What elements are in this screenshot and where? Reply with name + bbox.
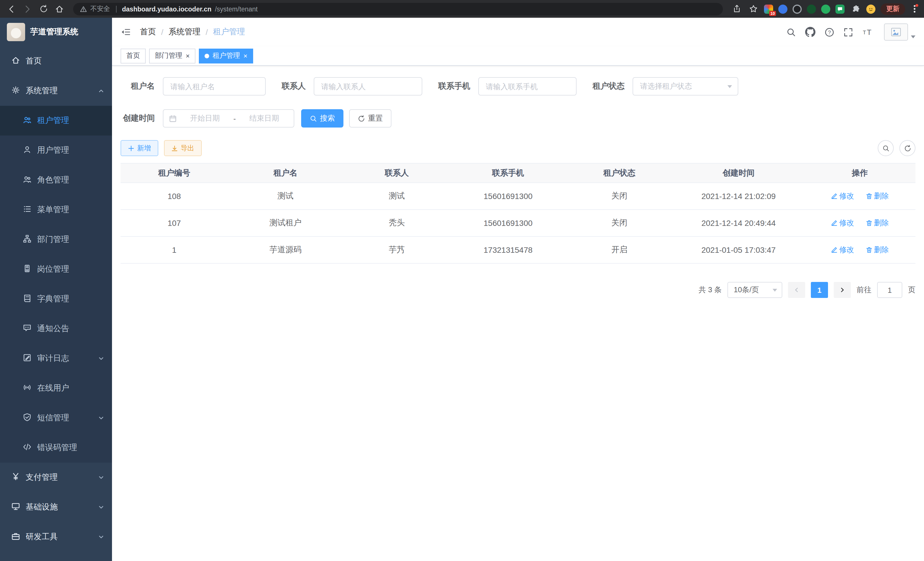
delete-link[interactable]: 删除 (866, 218, 889, 228)
cell-tenant-name: 测试租户 (228, 210, 343, 236)
tab-tenant[interactable]: 租户管理 × (199, 48, 253, 63)
svg-text:T: T (863, 30, 866, 35)
page-unit-label: 页 (908, 285, 915, 295)
fullscreen-icon[interactable] (843, 27, 853, 37)
table-header-row: 租户编号 租户名 联系人 联系手机 租户状态 创建时间 操作 (121, 163, 915, 183)
sidebar-collapse-icon[interactable] (121, 27, 131, 37)
extension-chat-icon[interactable] (836, 4, 844, 14)
current-page[interactable]: 1 (811, 282, 828, 298)
sidebar-item-infra[interactable]: 基础设施 (0, 492, 112, 522)
goto-page-input[interactable] (877, 282, 902, 298)
share-icon[interactable] (731, 3, 742, 15)
chevron-down-icon (98, 354, 104, 363)
address-bar[interactable]: 不安全 dashboard.yudao.iocoder.cn /system/t… (73, 3, 723, 15)
bookmark-star-icon[interactable] (747, 3, 759, 15)
omnibox-divider (116, 5, 116, 12)
back-icon[interactable] (6, 3, 17, 15)
extension-colorful-icon[interactable]: 10 (764, 4, 773, 14)
end-date-placeholder: 结束日期 (240, 113, 288, 123)
edit-link[interactable]: 修改 (831, 245, 854, 255)
home-icon[interactable] (54, 3, 65, 15)
cell-created: 2021-12-14 20:49:44 (673, 210, 804, 236)
extension-badge: 10 (769, 11, 776, 16)
breadcrumb-home[interactable]: 首页 (140, 27, 156, 37)
update-button[interactable]: 更新 (880, 3, 905, 15)
edit-link[interactable]: 修改 (831, 218, 854, 228)
page-size-select[interactable]: 10条/页 (728, 282, 782, 298)
extension-blue-icon[interactable] (778, 4, 788, 14)
breadcrumb-system[interactable]: 系统管理 (169, 27, 201, 37)
edit-link[interactable]: 修改 (831, 191, 854, 201)
filter-row-1: 租户名 联系人 联系手机 租户状态 请选择租户状态 (121, 77, 915, 96)
search-icon[interactable] (786, 27, 796, 37)
next-page-button[interactable] (834, 282, 851, 298)
sidebar-item-user[interactable]: 用户管理 (0, 135, 112, 165)
sidebar-logo[interactable]: 芋道管理系统 (0, 18, 112, 46)
github-icon[interactable] (805, 27, 815, 37)
filter-row-2: 创建时间 开始日期 - 结束日期 搜索 (121, 109, 915, 128)
prev-page-button[interactable] (788, 282, 805, 298)
toggle-search-icon[interactable] (878, 140, 894, 156)
svg-text:?: ? (828, 29, 831, 35)
tab-home[interactable]: 首页 (121, 48, 146, 63)
sidebar-item-errorcode[interactable]: 错误码管理 (0, 433, 112, 463)
user-avatar[interactable] (884, 23, 915, 41)
search-button[interactable]: 搜索 (301, 109, 344, 128)
sidebar-item-home[interactable]: 首页 (0, 46, 112, 76)
profile-avatar-icon[interactable] (866, 4, 875, 14)
extension-globe-icon[interactable] (793, 4, 802, 14)
extension-green-icon[interactable] (821, 4, 830, 14)
forward-icon[interactable] (22, 3, 33, 15)
contact-input[interactable] (314, 77, 422, 96)
chevron-down-icon (728, 85, 732, 88)
refresh-table-icon[interactable] (899, 140, 915, 156)
font-size-icon[interactable]: TT (862, 27, 873, 37)
col-contact: 联系人 (343, 163, 451, 183)
export-button[interactable]: 导出 (164, 140, 202, 156)
start-date-placeholder: 开始日期 (181, 113, 229, 123)
security-label[interactable]: 不安全 (90, 5, 110, 13)
tenant-name-input[interactable] (163, 77, 266, 96)
app-title: 芋道管理系统 (30, 27, 78, 37)
phone-input[interactable] (478, 77, 577, 96)
sidebar-item-role[interactable]: 角色管理 (0, 165, 112, 195)
sidebar-item-menu[interactable]: 菜单管理 (0, 195, 112, 225)
status-select[interactable]: 请选择租户状态 (633, 77, 738, 96)
reload-icon[interactable] (38, 3, 49, 15)
extensions-puzzle-icon[interactable] (850, 3, 861, 15)
cell-phone: 17321315478 (451, 236, 566, 263)
pagination-total: 共 3 条 (699, 285, 722, 295)
close-icon[interactable]: × (186, 52, 190, 59)
reset-button[interactable]: 重置 (349, 109, 392, 128)
sidebar-item-notice[interactable]: 通知公告 (0, 314, 112, 344)
close-icon[interactable]: × (243, 52, 248, 59)
sidebar-item-system[interactable]: 系统管理 (0, 76, 112, 106)
sidebar-item-dept[interactable]: 部门管理 (0, 225, 112, 254)
cell-phone: 15601691300 (451, 210, 566, 236)
date-range-picker[interactable]: 开始日期 - 结束日期 (163, 109, 294, 128)
role-users-icon (23, 175, 32, 185)
delete-link[interactable]: 删除 (866, 245, 889, 255)
sidebar-item-sms[interactable]: 短信管理 (0, 403, 112, 433)
delete-link[interactable]: 删除 (866, 191, 889, 201)
browser-actions: 10 更新 (731, 3, 918, 15)
sidebar-item-payment[interactable]: 支付管理 (0, 463, 112, 492)
tenant-name-label: 租户名 (121, 81, 155, 92)
sidebar-item-post[interactable]: 岗位管理 (0, 254, 112, 284)
goto-label: 前往 (856, 285, 872, 295)
sidebar-item-audit-log[interactable]: 审计日志 (0, 344, 112, 373)
menu-kebab-icon[interactable] (910, 4, 918, 14)
code-icon (23, 443, 32, 453)
add-button[interactable]: 新增 (121, 140, 158, 156)
extension-darkgreen-icon[interactable] (807, 4, 816, 14)
sidebar-item-tenant[interactable]: 租户管理 (0, 106, 112, 135)
sidebar-item-online-users[interactable]: 在线用户 (0, 373, 112, 403)
sidebar-item-dict[interactable]: 字典管理 (0, 284, 112, 314)
sidebar-item-devtools[interactable]: 研发工具 (0, 522, 112, 552)
tab-dept[interactable]: 部门管理 × (149, 48, 195, 63)
chevron-down-icon (98, 473, 104, 482)
audit-log-icon (23, 353, 32, 364)
broken-image-icon (884, 23, 908, 41)
help-question-icon[interactable]: ? (825, 27, 834, 37)
filter-create-time: 创建时间 开始日期 - 结束日期 (121, 109, 294, 128)
